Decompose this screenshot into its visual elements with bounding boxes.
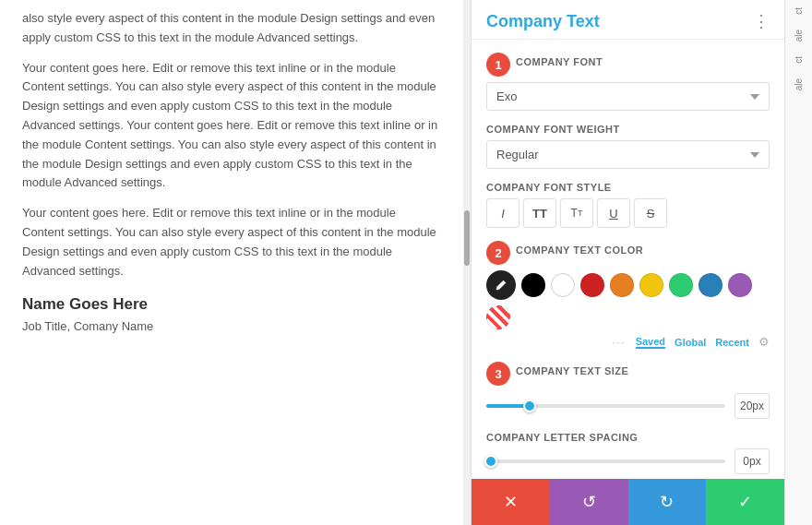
text-size-group: 3 Company Text Size 20px — [486, 362, 770, 419]
tab-recent[interactable]: Recent — [715, 337, 749, 348]
text-color-label: Company Text Color — [516, 245, 643, 256]
bold-button[interactable]: TT — [523, 198, 556, 228]
letter-spacing-slider-row: 0px — [486, 448, 770, 474]
letter-spacing-value: 0px — [734, 448, 770, 474]
color-settings-icon[interactable]: ⚙ — [758, 335, 770, 349]
text-color-group: 2 Company Text Color · — [486, 241, 770, 349]
swatch-blue[interactable] — [699, 273, 722, 297]
cancel-icon: ✕ — [504, 492, 518, 512]
title-case-button[interactable]: TT — [560, 198, 593, 228]
letter-spacing-thumb[interactable] — [484, 455, 497, 468]
font-weight-group: Company Font Weight Regular Bold Light M… — [486, 124, 770, 169]
text-size-track[interactable] — [486, 404, 725, 408]
right-edge: ct ale ct ale — [784, 0, 812, 525]
font-weight-select[interactable]: Regular Bold Light Medium — [486, 140, 770, 169]
swatch-purple[interactable] — [728, 273, 752, 297]
color-tabs-row: ··· Saved Global Recent ⚙ — [486, 335, 770, 349]
swatch-white[interactable] — [551, 273, 575, 297]
font-style-group: Company Font Style I TT TT U S — [486, 182, 770, 228]
settings-menu-icon[interactable]: ⋮ — [753, 11, 770, 31]
cancel-button[interactable]: ✕ — [472, 479, 550, 525]
name-section: Name Goes Here Job Title, Comany Name — [22, 292, 441, 336]
scrollbar-thumb[interactable] — [464, 210, 470, 266]
font-group: 1 Company Font Exo Roboto Open Sans Lato — [486, 53, 770, 111]
action-bar: ✕ ↺ ↻ ✓ — [472, 479, 784, 525]
text-size-thumb[interactable] — [523, 400, 536, 412]
step-1-badge: 1 — [486, 53, 510, 77]
step-3-badge: 3 — [486, 362, 510, 386]
settings-body: 1 Company Font Exo Roboto Open Sans Lato… — [472, 40, 784, 525]
tab-saved[interactable]: Saved — [636, 336, 665, 349]
font-weight-label: Company Font Weight — [486, 124, 770, 135]
undo-icon: ↺ — [582, 492, 596, 512]
content-paragraph-3: Your content goes here. Edit or remove t… — [22, 204, 441, 280]
step-2-badge: 2 — [486, 241, 510, 265]
font-label: Company Font — [516, 56, 603, 67]
text-size-value: 20px — [734, 393, 770, 419]
italic-button[interactable]: I — [486, 198, 519, 228]
font-select[interactable]: Exo Roboto Open Sans Lato — [486, 82, 770, 111]
swatch-black[interactable] — [521, 273, 545, 297]
letter-spacing-group: Company Letter Spacing 0px — [486, 432, 770, 474]
swatch-red[interactable] — [580, 273, 604, 297]
settings-panel: Company Text ⋮ 1 Company Font Exo Roboto… — [471, 0, 784, 525]
scrollbar[interactable] — [463, 0, 471, 525]
confirm-icon: ✓ — [738, 492, 752, 512]
font-style-buttons: I TT TT U S — [486, 198, 770, 228]
redo-icon: ↻ — [660, 492, 674, 512]
redo-button[interactable]: ↻ — [628, 479, 707, 525]
strikethrough-button[interactable]: S — [634, 198, 667, 228]
text-size-slider-row: 20px — [486, 393, 770, 419]
swatch-none[interactable] — [486, 305, 510, 329]
right-label-2: ale — [794, 30, 804, 42]
right-label-1: ct — [794, 7, 804, 15]
content-paragraph-1: also style every aspect of this content … — [22, 9, 441, 48]
confirm-button[interactable]: ✓ — [706, 479, 784, 525]
person-name: Name Goes Here — [22, 292, 441, 316]
swatch-yellow[interactable] — [639, 273, 663, 297]
content-paragraph-2: Your content goes here. Edit or remove t… — [22, 59, 441, 194]
letter-spacing-label: Company Letter Spacing — [486, 432, 770, 443]
color-dots: ··· — [612, 337, 626, 348]
color-picker-button[interactable] — [486, 270, 516, 300]
color-swatches-row — [486, 270, 770, 329]
undo-button[interactable]: ↺ — [550, 479, 628, 525]
underline-button[interactable]: U — [597, 198, 630, 228]
font-style-label: Company Font Style — [486, 182, 770, 193]
settings-title: Company Text — [486, 12, 600, 31]
tab-global[interactable]: Global — [675, 337, 706, 348]
right-label-4: ale — [794, 78, 804, 90]
right-label-3: ct — [794, 56, 804, 64]
content-panel: also style every aspect of this content … — [0, 0, 463, 525]
swatch-green[interactable] — [669, 273, 693, 297]
text-size-label: Company Text Size — [516, 365, 628, 376]
letter-spacing-track[interactable] — [486, 459, 725, 463]
swatch-orange[interactable] — [610, 273, 634, 297]
settings-header: Company Text ⋮ — [472, 0, 784, 40]
person-job-title: Job Title, Comany Name — [22, 317, 441, 337]
